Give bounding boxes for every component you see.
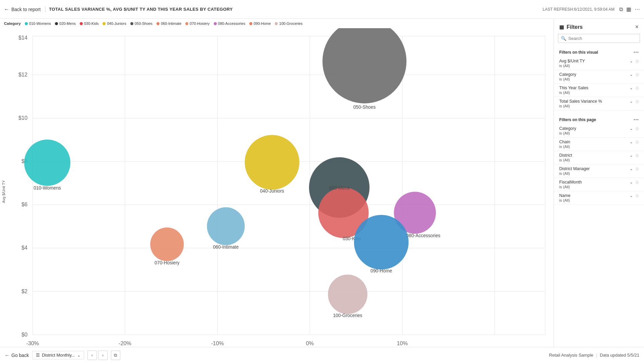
filter-clear-icon[interactable]: ◇ xyxy=(636,140,639,144)
expand-button[interactable]: ⧉ xyxy=(111,351,120,360)
filter-this-year-sales[interactable]: This Year Sales ⌄ ◇ is (All) xyxy=(554,84,644,97)
tab-district-monthly[interactable]: ☰ District Monthly... ⌄ xyxy=(32,351,84,359)
bottom-bar-right: Retail Analysis Sample | Data updated 5/… xyxy=(549,353,639,358)
svg-text:$12: $12 xyxy=(18,71,27,77)
chart-svg-container[interactable]: .grid-line { stroke: #e8e8e8; stroke-wid… xyxy=(7,28,554,347)
filter-clear-icon[interactable]: ◇ xyxy=(636,72,639,77)
svg-text:10%: 10% xyxy=(397,340,408,346)
filter-district[interactable]: District ⌄ ◇ is (All) xyxy=(554,151,644,164)
svg-text:-20%: -20% xyxy=(119,340,131,346)
top-bar-icons: ⧉ ▦ ⋯ xyxy=(619,6,640,12)
filter-chevron-icon: ⌄ xyxy=(630,72,633,77)
tab-label: District Monthly... xyxy=(42,353,75,358)
svg-text:0%: 0% xyxy=(306,340,314,346)
bubble-090-Home[interactable] xyxy=(354,215,408,269)
legend-label-accessories: 080-Accessories xyxy=(218,21,245,25)
legend-dot-accessories xyxy=(214,22,217,25)
legend-label-intimate: 060-Intimate xyxy=(161,21,181,25)
back-button[interactable]: ← Back to report xyxy=(4,6,46,12)
filters-title: ▦ Filters xyxy=(559,24,583,30)
go-back-button[interactable]: ← Go back xyxy=(5,353,29,358)
filter-chevron-icon: ⌄ xyxy=(630,153,633,158)
copy-icon[interactable]: ⧉ xyxy=(619,6,623,12)
legend-label-hosiery: 070-Hosiery xyxy=(190,21,209,25)
filters-on-visual-title: Filters on this visual ⋯ xyxy=(554,46,644,57)
legend-dot-juniors xyxy=(103,22,106,25)
bottom-bar-left: ← Go back ☰ District Monthly... ⌄ ‹ › ⧉ xyxy=(5,351,120,360)
bubble-100-Groceries[interactable] xyxy=(328,274,368,314)
filter-fiscal-month[interactable]: FiscalMonth ⌄ ◇ is (All) xyxy=(554,178,644,191)
filter-avg-unit-ty[interactable]: Avg $/Unit TY ⌄ ◇ is (All) xyxy=(554,57,644,70)
chart-title: TOTAL SALES VARIANCE %, AVG $/UNIT TY AN… xyxy=(49,7,233,12)
filter-clear-icon[interactable]: ◇ xyxy=(636,59,639,63)
filter-clear-icon[interactable]: ◇ xyxy=(636,126,639,131)
filters-on-visual-more[interactable]: ⋯ xyxy=(633,49,639,55)
svg-text:$10: $10 xyxy=(18,115,27,121)
filters-panel: ▦ Filters × 🔍 Filters on this visual ⋯ A… xyxy=(554,19,644,347)
filter-chain[interactable]: Chain ⌄ ◇ is (All) xyxy=(554,138,644,151)
nav-arrows: ‹ › xyxy=(87,351,108,360)
filter-clear-icon[interactable]: ◇ xyxy=(636,99,639,104)
back-arrow-icon: ← xyxy=(4,6,9,12)
legend-item-juniors: 040-Juniors xyxy=(103,21,126,25)
filter-chevron-icon: ⌄ xyxy=(630,86,633,90)
legend-item-mens: 020-Mens xyxy=(55,21,76,25)
filters-search-box[interactable]: 🔍 xyxy=(558,34,640,43)
legend-dot-home xyxy=(249,22,252,25)
legend: Category 010-Womens 020-Mens 030-Kids 04… xyxy=(0,19,554,28)
main-content: Category 010-Womens 020-Mens 030-Kids 04… xyxy=(0,19,644,347)
filters-on-page-more[interactable]: ⋯ xyxy=(633,116,639,123)
svg-text:040-Juniors: 040-Juniors xyxy=(260,189,284,194)
separator: | xyxy=(596,353,597,358)
filter-clear-icon[interactable]: ◇ xyxy=(636,166,639,171)
legend-item-shoes: 050-Shoes xyxy=(130,21,152,25)
legend-label-groceries: 100-Groceries xyxy=(279,21,303,25)
bubble-070-Hosiery[interactable] xyxy=(150,227,184,261)
legend-item-kids: 030-Kids xyxy=(80,21,99,25)
filter-category-visual[interactable]: Category ⌄ ◇ is (All) xyxy=(554,70,644,84)
filter-clear-icon[interactable]: ◇ xyxy=(636,86,639,90)
nav-next-button[interactable]: › xyxy=(98,351,108,360)
svg-text:080-Accessories: 080-Accessories xyxy=(406,233,440,238)
legend-dot-womens xyxy=(25,22,28,25)
bubble-060-Intimate[interactable] xyxy=(207,207,245,245)
filter-total-sales-variance[interactable]: Total Sales Variance % ⌄ ◇ is (All) xyxy=(554,97,644,110)
legend-dot-groceries xyxy=(275,22,278,25)
filter-chevron-icon: ⌄ xyxy=(630,180,633,185)
legend-label-shoes: 050-Shoes xyxy=(135,21,152,25)
filter-category-page[interactable]: Category ⌄ ◇ is (All) xyxy=(554,124,644,138)
filter-icon[interactable]: ▦ xyxy=(626,6,631,12)
svg-text:060-Intimate: 060-Intimate xyxy=(213,245,239,250)
filter-chevron-icon: ⌄ xyxy=(630,166,633,171)
legend-dot-intimate xyxy=(156,22,159,25)
svg-text:050-Shoes: 050-Shoes xyxy=(353,105,376,110)
bubble-040-Juniors[interactable] xyxy=(245,135,299,190)
filter-name[interactable]: Name ⌄ ◇ is (All) xyxy=(554,191,644,205)
legend-label-womens: 010-Womens xyxy=(29,21,51,25)
svg-text:$2: $2 xyxy=(21,288,27,294)
more-icon[interactable]: ⋯ xyxy=(635,6,640,12)
legend-item-hosiery: 070-Hosiery xyxy=(185,21,209,25)
svg-text:020-Mens: 020-Mens xyxy=(329,186,349,191)
filter-funnel-icon: ▦ xyxy=(559,24,564,30)
tab-lines-icon: ☰ xyxy=(36,353,40,358)
filter-chevron-icon: ⌄ xyxy=(630,140,633,144)
legend-dot-shoes xyxy=(130,22,133,25)
chart-area: Category 010-Womens 020-Mens 030-Kids 04… xyxy=(0,19,554,347)
bubble-010-Womens[interactable] xyxy=(24,140,70,186)
top-bar-left: ← Back to report TOTAL SALES VARIANCE %,… xyxy=(4,6,233,12)
legend-item-accessories: 080-Accessories xyxy=(214,21,245,25)
bubble-050-Shoes[interactable] xyxy=(322,28,406,103)
svg-text:070-Hosiery: 070-Hosiery xyxy=(154,260,179,265)
search-input[interactable] xyxy=(568,36,637,41)
nav-prev-button[interactable]: ‹ xyxy=(87,351,97,360)
filters-close-icon[interactable]: × xyxy=(635,23,639,31)
legend-dot-hosiery xyxy=(185,22,188,25)
svg-text:-10%: -10% xyxy=(211,340,224,346)
filter-clear-icon[interactable]: ◇ xyxy=(636,180,639,185)
legend-item-intimate: 060-Intimate xyxy=(156,21,181,25)
filter-clear-icon[interactable]: ◇ xyxy=(636,153,639,158)
filter-district-manager[interactable]: District Manager ⌄ ◇ is (All) xyxy=(554,164,644,178)
legend-category-label: Category xyxy=(4,21,21,25)
filter-clear-icon[interactable]: ◇ xyxy=(636,193,639,198)
